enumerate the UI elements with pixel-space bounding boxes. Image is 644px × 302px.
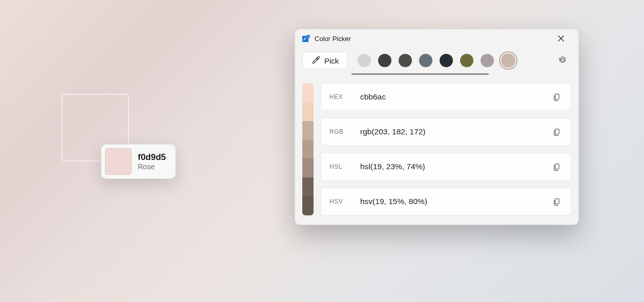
copy-button[interactable]	[548, 89, 565, 105]
history-swatch-7[interactable]	[501, 53, 515, 68]
color-picker-window: Color Picker Pick HEXcbb6acRGBrgb(203, 1…	[295, 29, 579, 225]
shade-step-5[interactable]	[302, 177, 314, 196]
format-row-hsl[interactable]: HSLhsl(19, 23%, 74%)	[321, 153, 571, 180]
shade-step-6[interactable]	[302, 196, 314, 215]
shade-strip[interactable]	[302, 83, 314, 215]
copy-button[interactable]	[548, 193, 565, 210]
toolbar: Pick	[295, 48, 578, 71]
eyedropper-color-name: Rose	[138, 163, 166, 172]
format-value: hsv(19, 15%, 80%)	[360, 197, 548, 206]
format-value: rgb(203, 182, 172)	[360, 127, 548, 136]
svg-rect-3	[555, 164, 559, 169]
svg-rect-4	[555, 198, 559, 204]
pick-button-label: Pick	[324, 56, 339, 65]
gear-icon	[558, 56, 567, 65]
svg-rect-2	[555, 129, 559, 134]
format-value: cbb6ac	[360, 92, 548, 102]
eyedropper-hex-label: f0d9d5	[138, 152, 166, 163]
format-row-hsv[interactable]: HSVhsv(19, 15%, 80%)	[321, 188, 571, 215]
settings-button[interactable]	[554, 52, 571, 69]
copy-icon	[552, 197, 561, 206]
history-swatch-1[interactable]	[378, 54, 391, 67]
copy-button[interactable]	[548, 158, 565, 175]
pick-button[interactable]: Pick	[302, 52, 347, 69]
copy-icon	[552, 163, 561, 171]
close-button[interactable]	[550, 31, 572, 46]
svg-rect-1	[555, 94, 559, 99]
format-label: HSL	[329, 163, 360, 170]
copy-button[interactable]	[548, 124, 565, 140]
format-value: hsl(19, 23%, 74%)	[360, 162, 548, 171]
copy-icon	[552, 128, 561, 136]
shade-step-4[interactable]	[302, 158, 314, 177]
close-icon	[558, 35, 564, 42]
titlebar[interactable]: Color Picker	[295, 29, 578, 48]
history-swatch-2[interactable]	[399, 54, 412, 67]
history-swatch-5[interactable]	[460, 54, 473, 67]
history-swatch-6[interactable]	[481, 54, 494, 67]
format-label: HEX	[329, 93, 360, 100]
history-swatch-3[interactable]	[419, 54, 432, 67]
shade-step-3[interactable]	[302, 140, 314, 159]
copy-icon	[552, 93, 561, 102]
color-history-row[interactable]	[355, 53, 547, 68]
window-title: Color Picker	[315, 35, 351, 43]
format-label: HSV	[329, 198, 360, 205]
app-logo-icon	[301, 34, 310, 43]
format-list: HEXcbb6acRGBrgb(203, 182, 172)HSLhsl(19,…	[321, 83, 571, 215]
eyedropper-tooltip: f0d9d5 Rose	[101, 144, 176, 179]
shade-step-1[interactable]	[302, 102, 314, 121]
format-row-rgb[interactable]: RGBrgb(203, 182, 172)	[321, 118, 571, 146]
format-label: RGB	[329, 128, 360, 135]
format-row-hex[interactable]: HEXcbb6ac	[321, 83, 571, 111]
eyedropper-swatch	[105, 148, 132, 175]
eyedropper-icon	[311, 56, 320, 65]
shade-step-2[interactable]	[302, 121, 314, 140]
shade-step-0[interactable]	[302, 83, 314, 102]
history-swatch-4[interactable]	[440, 54, 453, 67]
history-swatch-0[interactable]	[358, 54, 371, 67]
